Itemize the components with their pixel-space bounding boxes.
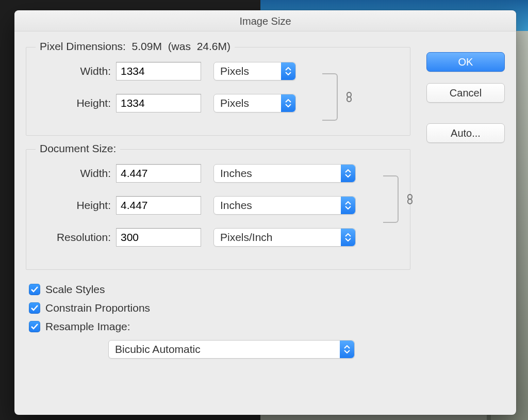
dialog-content: Pixel Dimensions: 5.09M (was 24.6M) Widt… — [14, 31, 516, 369]
resample-image-label: Resample Image: — [45, 320, 130, 333]
stepper-icon — [340, 341, 354, 358]
pixel-height-unit-select[interactable]: Pixels — [213, 94, 296, 112]
dialog-title: Image Size — [14, 11, 516, 31]
doc-width-row: Width: Inches — [36, 164, 401, 183]
resample-method-value: Bicubic Automatic — [115, 343, 201, 356]
constrain-proportions-label: Constrain Proportions — [45, 302, 150, 314]
cancel-button[interactable]: Cancel — [426, 83, 505, 103]
image-size-dialog: Image Size Pixel Dimensions: 5.09M (was … — [14, 10, 516, 415]
doc-width-unit-value: Inches — [220, 167, 252, 180]
scale-styles-label: Scale Styles — [45, 283, 105, 296]
svg-rect-1 — [347, 97, 351, 102]
svg-rect-0 — [347, 92, 351, 97]
side-buttons: OK Cancel Auto... — [426, 52, 505, 158]
doc-link-bracket — [383, 175, 399, 223]
stepper-icon — [341, 197, 355, 214]
doc-height-row: Height: Inches — [36, 196, 401, 215]
svg-rect-2 — [408, 195, 412, 199]
chain-link-icon — [405, 193, 415, 205]
pixel-dimensions-label: Pixel Dimensions: — [40, 40, 126, 52]
auto-button[interactable]: Auto... — [426, 123, 505, 143]
pixel-dimensions-legend: Pixel Dimensions: 5.09M (was 24.6M) — [36, 40, 235, 53]
svg-rect-3 — [408, 199, 412, 204]
scale-styles-checkbox[interactable]: Scale Styles — [29, 283, 410, 296]
pixel-dimensions-was-suffix: ) — [227, 40, 230, 52]
checkbox-checked-icon — [29, 321, 40, 332]
resample-image-checkbox[interactable]: Resample Image: — [29, 320, 410, 333]
main-column: Pixel Dimensions: 5.09M (was 24.6M) Widt… — [26, 47, 410, 359]
doc-height-input[interactable] — [116, 196, 201, 215]
resample-method-row: Bicubic Automatic — [108, 340, 410, 359]
doc-height-unit-value: Inches — [220, 199, 252, 212]
pixel-dimensions-was-prefix: (was — [168, 40, 191, 52]
stepper-icon — [341, 165, 355, 182]
pixel-height-input[interactable] — [116, 94, 201, 112]
checkbox-checked-icon — [29, 284, 40, 295]
pixel-width-unit-select[interactable]: Pixels — [213, 62, 296, 80]
pixel-width-input[interactable] — [116, 62, 201, 80]
constrain-proportions-checkbox[interactable]: Constrain Proportions — [29, 302, 410, 314]
pixel-dimensions-group: Pixel Dimensions: 5.09M (was 24.6M) Widt… — [26, 47, 410, 136]
checkbox-checked-icon — [29, 302, 40, 314]
document-size-group: Document Size: Width: Inches Heigh — [26, 149, 410, 270]
chain-link-icon — [344, 91, 354, 103]
doc-height-unit-select[interactable]: Inches — [213, 196, 356, 215]
doc-resolution-label: Resolution: — [36, 231, 116, 244]
resample-method-select[interactable]: Bicubic Automatic — [108, 340, 355, 359]
stepper-icon — [281, 94, 295, 112]
doc-height-label: Height: — [36, 199, 116, 212]
doc-resolution-row: Resolution: Pixels/Inch — [36, 228, 401, 247]
pixel-dimensions-size: 5.09M — [132, 40, 162, 52]
doc-resolution-unit-select[interactable]: Pixels/Inch — [213, 228, 356, 247]
stepper-icon — [281, 62, 295, 80]
pixel-width-row: Width: Pixels — [36, 62, 401, 80]
document-size-legend: Document Size: — [36, 142, 120, 155]
doc-width-label: Width: — [36, 167, 116, 180]
doc-resolution-unit-value: Pixels/Inch — [220, 231, 273, 244]
pixel-link-bracket — [322, 73, 338, 121]
ok-button[interactable]: OK — [426, 52, 505, 72]
doc-width-input[interactable] — [116, 164, 201, 183]
doc-width-unit-select[interactable]: Inches — [213, 164, 356, 183]
pixel-dimensions-was: 24.6M — [197, 40, 227, 52]
pixel-height-label: Height: — [36, 97, 116, 109]
pixel-width-unit-value: Pixels — [220, 65, 249, 77]
pixel-height-unit-value: Pixels — [220, 97, 249, 109]
stepper-icon — [341, 229, 355, 246]
doc-resolution-input[interactable] — [116, 228, 201, 247]
pixel-width-label: Width: — [36, 65, 116, 77]
